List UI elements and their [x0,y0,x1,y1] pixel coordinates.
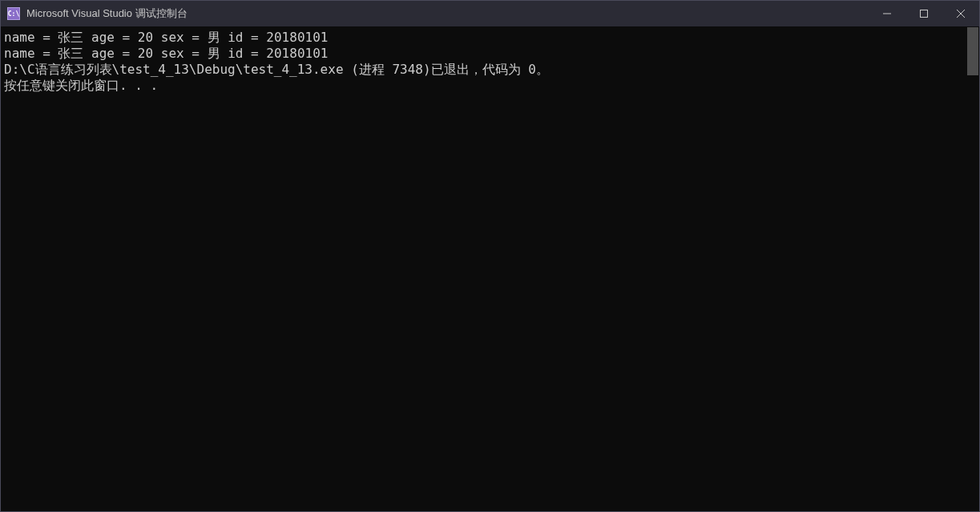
maximize-button[interactable] [905,1,942,26]
titlebar[interactable]: C:\ Microsoft Visual Studio 调试控制台 [1,1,979,26]
minimize-button[interactable] [869,1,905,26]
app-icon: C:\ [7,7,20,20]
window-title: Microsoft Visual Studio 调试控制台 [26,6,869,21]
console-window: C:\ Microsoft Visual Studio 调试控制台 name =… [0,0,980,512]
minimize-icon [883,10,891,18]
console-line: name = 张三 age = 20 sex = 男 id = 20180101 [4,30,979,46]
console-line: D:\C语言练习列表\test_4_13\Debug\test_4_13.exe… [4,62,979,78]
console-line: name = 张三 age = 20 sex = 男 id = 20180101 [4,46,979,62]
maximize-icon [920,10,928,18]
svg-rect-1 [921,10,928,18]
console-output[interactable]: name = 张三 age = 20 sex = 男 id = 20180101… [1,26,979,511]
window-controls [869,1,979,26]
close-icon [957,10,965,18]
vertical-scrollbar[interactable] [967,27,978,75]
close-button[interactable] [942,1,979,26]
console-line: 按任意键关闭此窗口. . . [4,78,979,94]
